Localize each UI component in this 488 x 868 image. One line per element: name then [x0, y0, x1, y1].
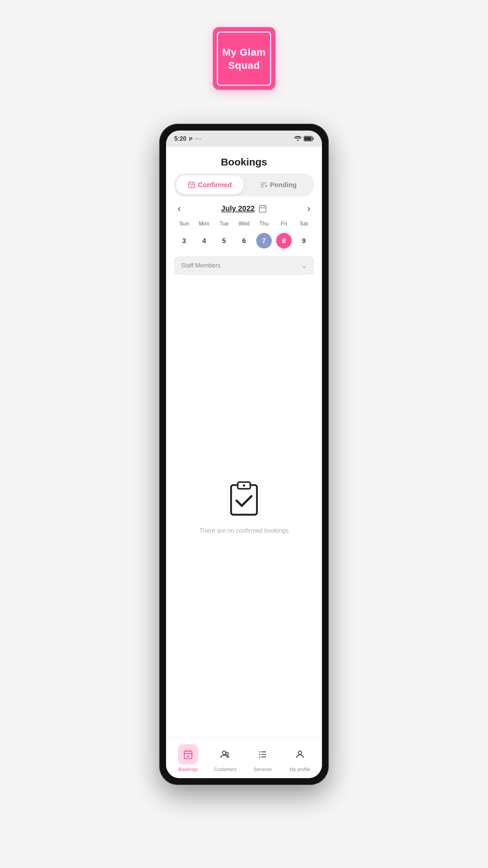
day-tue: Tue	[214, 219, 234, 228]
page-title: Bookings	[166, 147, 322, 173]
services-icon	[258, 749, 268, 760]
confirmed-tab-icon	[188, 181, 195, 189]
day-fri: Fri	[274, 219, 294, 228]
bookings-icon-wrap	[178, 744, 198, 765]
myprofile-icon	[295, 749, 305, 760]
status-time: 5:20	[174, 135, 186, 142]
svg-rect-14	[231, 485, 257, 514]
nav-item-myprofile[interactable]: My profile	[281, 744, 319, 772]
battery-icon	[304, 136, 314, 141]
bottom-nav: Bookings Customers	[166, 737, 322, 778]
status-dots: ···	[195, 136, 202, 142]
svg-rect-2	[304, 137, 312, 141]
calendar-section: ‹ July 2022 › Sun Mon	[174, 203, 314, 250]
date-6[interactable]: 6	[234, 232, 254, 250]
chevron-down-icon: ⌄	[301, 261, 307, 270]
svg-point-22	[226, 752, 228, 755]
status-carrier: P	[189, 136, 192, 142]
calendar-icon	[258, 204, 267, 213]
screen-content: Bookings Confirmed	[166, 147, 322, 778]
day-wed: Wed	[234, 219, 254, 228]
myprofile-nav-label: My profile	[290, 767, 310, 772]
date-3[interactable]: 3	[174, 232, 194, 250]
days-header: Sun Mon Tue Wed Thu Fri Sat	[174, 219, 314, 228]
calendar-nav: ‹ July 2022 ›	[174, 203, 314, 214]
empty-state: There are no confirmed bookings	[166, 275, 322, 737]
wifi-icon	[294, 136, 302, 141]
nav-item-customers[interactable]: Customers	[207, 744, 244, 772]
date-5[interactable]: 5	[214, 232, 234, 250]
svg-point-27	[259, 754, 260, 755]
date-7[interactable]: 7	[254, 232, 274, 250]
status-bar: 5:20 P ···	[166, 131, 322, 147]
pending-tab-label: Pending	[270, 181, 297, 189]
dates-row: 3 4 5 6 7 8 9	[174, 232, 314, 250]
next-month-button[interactable]: ›	[304, 203, 314, 214]
services-icon-wrap	[252, 744, 273, 765]
pending-tab-icon	[260, 181, 267, 189]
phone-frame: 5:20 P ···	[159, 124, 329, 785]
svg-point-28	[259, 756, 260, 757]
staff-dropdown-label: Staff Members	[181, 262, 221, 269]
myprofile-icon-wrap	[290, 744, 310, 765]
services-nav-label: Services	[253, 767, 272, 772]
bookings-icon	[183, 749, 193, 760]
date-8[interactable]: 8	[274, 232, 294, 250]
empty-message: There are no confirmed bookings	[199, 527, 289, 534]
nav-item-bookings[interactable]: Bookings	[169, 744, 207, 772]
customers-nav-label: Customers	[214, 767, 237, 772]
day-mon: Mon	[194, 219, 214, 228]
confirmed-tab[interactable]: Confirmed	[176, 175, 243, 194]
date-4[interactable]: 4	[194, 232, 214, 250]
svg-point-21	[222, 751, 226, 754]
tab-switcher: Confirmed Pending	[174, 173, 314, 196]
customers-icon	[220, 749, 230, 760]
day-sat: Sat	[294, 219, 314, 228]
svg-rect-10	[259, 205, 266, 212]
logo-inner-border: My GlamSquad	[217, 32, 271, 86]
svg-point-26	[259, 751, 260, 752]
app-logo: My GlamSquad	[213, 27, 276, 90]
month-label: July 2022	[221, 204, 267, 213]
svg-rect-17	[184, 751, 192, 759]
svg-point-29	[298, 751, 302, 754]
date-9[interactable]: 9	[294, 232, 314, 250]
confirmed-tab-label: Confirmed	[198, 181, 232, 189]
bookings-nav-label: Bookings	[178, 767, 198, 772]
staff-members-dropdown[interactable]: Staff Members ⌄	[174, 256, 314, 275]
clipboard-check-icon	[224, 478, 264, 519]
day-sun: Sun	[174, 219, 194, 228]
status-left: 5:20 P ···	[174, 135, 202, 142]
phone-screen: 5:20 P ···	[166, 131, 322, 778]
svg-point-16	[243, 484, 245, 487]
pending-tab[interactable]: Pending	[245, 175, 312, 194]
svg-rect-1	[313, 138, 314, 140]
nav-item-services[interactable]: Services	[244, 744, 281, 772]
prev-month-button[interactable]: ‹	[174, 203, 184, 214]
day-thu: Thu	[254, 219, 274, 228]
status-right	[294, 136, 314, 141]
svg-rect-3	[189, 182, 195, 188]
customers-icon-wrap	[215, 744, 236, 765]
logo-text: My GlamSquad	[222, 45, 266, 72]
